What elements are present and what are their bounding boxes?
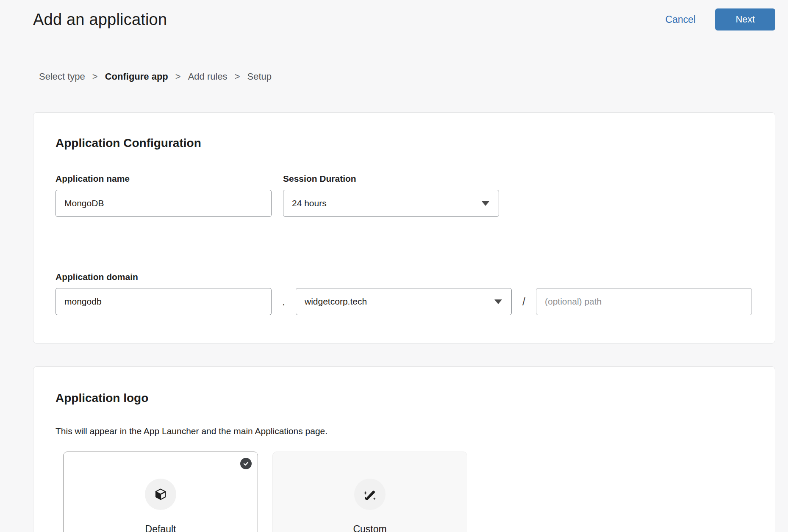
next-button[interactable]: Next xyxy=(715,8,775,30)
breadcrumb-separator: > xyxy=(235,71,240,82)
logo-options: Default Custom xyxy=(63,452,753,532)
domain-select[interactable]: widgetcorp.tech xyxy=(296,288,512,315)
session-duration-field: Session Duration 24 hours xyxy=(283,174,499,217)
session-duration-value: 24 hours xyxy=(292,198,327,208)
caret-down-icon xyxy=(482,201,489,206)
logo-option-default-label: Default xyxy=(145,524,176,532)
default-logo-circle xyxy=(145,479,176,510)
application-logo-heading: Application logo xyxy=(55,391,753,405)
domain-value: widgetcorp.tech xyxy=(305,296,367,307)
session-duration-select[interactable]: 24 hours xyxy=(283,190,499,217)
breadcrumb-separator: > xyxy=(92,71,98,82)
path-input[interactable] xyxy=(536,288,752,315)
application-domain-row: . widgetcorp.tech / xyxy=(55,288,752,315)
selected-check-badge xyxy=(240,458,252,469)
logo-option-custom[interactable]: Custom xyxy=(272,452,467,532)
breadcrumb-separator: > xyxy=(175,71,181,82)
step-setup[interactable]: Setup xyxy=(247,71,272,82)
application-name-input[interactable] xyxy=(55,190,272,217)
application-name-field: Application name xyxy=(55,174,272,217)
caret-down-icon xyxy=(494,299,502,304)
cube-icon xyxy=(153,487,168,502)
step-select-type[interactable]: Select type xyxy=(39,71,85,82)
logo-option-custom-label: Custom xyxy=(353,524,386,532)
header-actions: Cancel Next xyxy=(665,8,775,30)
session-duration-label: Session Duration xyxy=(283,174,499,184)
step-configure-app[interactable]: Configure app xyxy=(105,71,168,82)
breadcrumb: Select type > Configure app > Add rules … xyxy=(39,71,272,82)
subdomain-input[interactable] xyxy=(55,288,272,315)
check-icon xyxy=(243,460,249,467)
path-slash-separator: / xyxy=(512,296,536,308)
page-header: Add an application Cancel Next xyxy=(33,8,775,30)
paintbrush-icon xyxy=(362,486,378,502)
application-name-label: Application name xyxy=(55,174,272,184)
domain-dot-separator: . xyxy=(272,296,296,308)
application-configuration-card: Application Configuration Application na… xyxy=(33,112,775,344)
application-configuration-heading: Application Configuration xyxy=(55,136,753,150)
page-title: Add an application xyxy=(33,11,167,29)
logo-option-default[interactable]: Default xyxy=(63,452,258,532)
application-domain-label: Application domain xyxy=(55,272,753,282)
application-logo-description: This will appear in the App Launcher and… xyxy=(55,426,753,436)
cancel-button[interactable]: Cancel xyxy=(665,14,696,25)
step-add-rules[interactable]: Add rules xyxy=(188,71,228,82)
custom-logo-circle xyxy=(354,479,386,510)
name-session-row: Application name Session Duration 24 hou… xyxy=(55,174,753,217)
application-logo-card: Application logo This will appear in the… xyxy=(33,366,775,532)
